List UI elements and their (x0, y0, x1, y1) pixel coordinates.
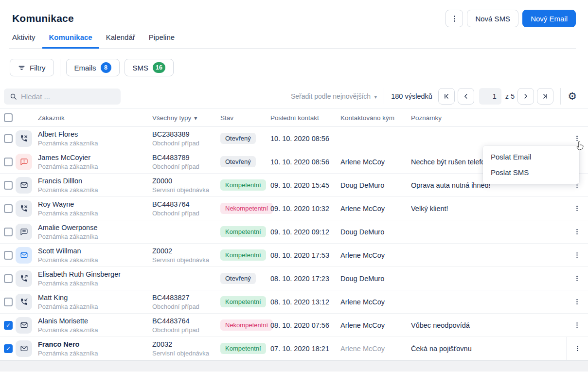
row-checkbox[interactable] (4, 228, 13, 236)
kebab-icon (573, 321, 581, 329)
sms-failed-icon (16, 154, 32, 170)
emails-filter-chip[interactable]: Emails 8 (66, 59, 120, 76)
record-code: BC4483764 (152, 200, 220, 209)
gear-icon[interactable] (568, 91, 577, 102)
record-code: BC4483827 (152, 293, 220, 302)
prev-page-icon (463, 93, 469, 100)
menu-item-poslat-sms[interactable]: Poslat SMS (483, 165, 579, 180)
row-menu-button[interactable] (571, 133, 583, 144)
kebab-icon (450, 15, 459, 23)
record-type: Servisní objednávka (152, 349, 220, 357)
prev-page-button[interactable] (458, 88, 474, 105)
row-checkbox[interactable] (4, 158, 13, 166)
table-row[interactable]: Roy Wayne Poznámka zákazníka BC4483764 O… (0, 197, 588, 220)
record-type: Obchodní případ (152, 209, 220, 217)
record-type: Obchodní případ (152, 162, 220, 171)
table-row[interactable]: Franco Nero Poznámka zákazníka Z0032 Ser… (0, 337, 588, 360)
row-menu-button[interactable] (572, 343, 583, 354)
customer-name: Scott Willman (38, 247, 152, 255)
customer-name: Francis Dilllon (38, 177, 152, 185)
kebab-icon (573, 251, 581, 259)
sms-count-badge: 16 (153, 62, 165, 73)
table-row[interactable]: Matt King Poznámka zákazníka BC4483827 O… (0, 290, 588, 314)
page-number-input[interactable] (479, 88, 501, 105)
kebab-icon (573, 298, 581, 305)
phone-missed-icon (16, 200, 32, 217)
row-menu-button[interactable] (571, 296, 583, 307)
more-actions-button[interactable] (445, 10, 463, 27)
menu-item-poslat-email[interactable]: Poslat Email (483, 149, 579, 165)
status-badge: Nekompetentní (220, 203, 273, 214)
table-row[interactable]: Scott Willman Poznámka zákazníka Z0002 S… (0, 244, 588, 267)
actions-column-header (566, 109, 588, 126)
tab-pipeline[interactable]: Pipeline (142, 33, 181, 49)
divider (560, 88, 561, 105)
tab-bar: Aktivity Komunikace Kalendář Pipeline (9, 33, 576, 49)
sort-dropdown[interactable]: Seřadit podle nejnovějších (291, 92, 377, 100)
customer-subtitle: Poznámka zákazníka (38, 349, 152, 357)
customer-subtitle: Poznámka zákazníka (38, 209, 152, 217)
record-type: Obchodní případ (152, 139, 220, 147)
customer-name: James McCoyier (38, 153, 152, 162)
row-menu-button[interactable] (571, 319, 583, 331)
row-checkbox[interactable] (4, 251, 13, 260)
last-contact-date: 07. 10. 2020 18:21 (270, 345, 340, 353)
row-checkbox[interactable] (4, 344, 13, 353)
customer-name: Elisabeth Ruth Ginsberger (38, 270, 152, 279)
tab-aktivity[interactable]: Aktivity (9, 33, 42, 49)
first-page-button[interactable] (438, 88, 455, 105)
phone-incoming-icon (16, 294, 32, 310)
table-row[interactable]: Amalie Owerponse Poznámka zákazníka Komp… (0, 220, 588, 244)
last-contact-date: 08. 10. 2020 13:12 (270, 298, 340, 306)
next-page-icon (522, 93, 529, 100)
row-menu-button[interactable] (571, 203, 583, 214)
row-note: Vůbec neodpovídá (411, 321, 566, 329)
sms-filter-chip[interactable]: SMS 16 (125, 59, 174, 76)
customer-name: Roy Wayne (38, 200, 152, 209)
row-checkbox[interactable] (4, 204, 13, 213)
next-page-button[interactable] (517, 88, 534, 105)
customer-subtitle: Poznámka zákazníka (38, 186, 152, 194)
last-contact-date: 09. 10. 2020 10:32 (270, 205, 340, 213)
tab-kalendar[interactable]: Kalendář (99, 33, 142, 49)
column-stav: Stav (220, 114, 270, 122)
row-checkbox[interactable] (4, 181, 13, 190)
divider (60, 59, 60, 76)
row-checkbox[interactable] (4, 274, 13, 283)
table-toolbar: Seřadit podle nejnovějších 180 výsledků … (4, 88, 577, 105)
column-zakaznik: Zákazník (38, 114, 152, 122)
status-badge: Otevřený (220, 156, 256, 167)
filter-icon (18, 64, 25, 71)
emails-chip-label: Emails (74, 64, 96, 72)
last-contact-date: 08. 10. 2020 07:56 (270, 321, 340, 329)
last-page-icon (542, 93, 549, 100)
context-menu: Poslat Email Poslat SMS (483, 146, 579, 184)
record-code: BC2383389 (152, 130, 220, 139)
tab-komunikace[interactable]: Komunikace (42, 33, 99, 49)
filters-button[interactable]: Filtry (10, 59, 54, 76)
column-kontaktovano-kym: Kontaktováno kým (340, 114, 411, 122)
search-input[interactable] (21, 92, 118, 101)
row-checkbox[interactable] (4, 134, 13, 143)
customer-subtitle: Poznámka zákazníka (38, 256, 152, 264)
customer-subtitle: Poznámka zákazníka (38, 279, 152, 287)
contacted-by: Doug DeMuro (340, 181, 411, 189)
emails-count-badge: 8 (101, 62, 111, 73)
top-actions: Nová SMS Nový Email (445, 10, 576, 27)
row-menu-button[interactable] (571, 273, 583, 284)
table-row[interactable]: Alanis Morisette Poznámka zákazníka BC44… (0, 314, 588, 337)
last-contact-date: 10. 10. 2020 08:56 (270, 158, 340, 166)
select-all-checkbox[interactable] (4, 113, 13, 122)
new-sms-button[interactable]: Nová SMS (467, 10, 518, 27)
row-menu-button[interactable] (571, 226, 583, 237)
last-page-button[interactable] (537, 88, 553, 105)
row-checkbox[interactable] (4, 298, 13, 306)
new-email-button[interactable]: Nový Email (522, 10, 576, 27)
table-row[interactable]: Elisabeth Ruth Ginsberger Poznámka zákaz… (0, 267, 588, 290)
row-menu-button[interactable] (571, 249, 583, 261)
column-vsechny-typy-dropdown[interactable]: Všechny typy (152, 114, 220, 122)
kebab-icon (573, 135, 581, 142)
email-icon (16, 340, 32, 357)
customer-name: Albert Flores (38, 130, 152, 139)
row-checkbox[interactable] (4, 321, 13, 330)
